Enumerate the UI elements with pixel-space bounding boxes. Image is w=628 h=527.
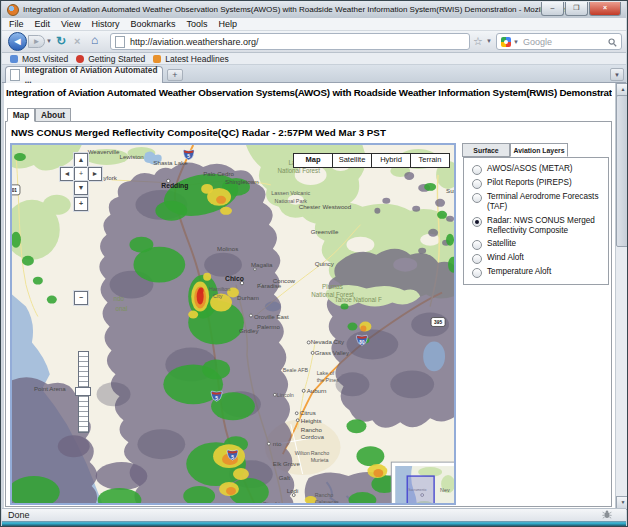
map-label: Molinos (217, 245, 238, 252)
tab-about[interactable]: About (35, 108, 71, 122)
map-label: Durham (237, 294, 259, 301)
map-label: Lodi (287, 487, 299, 494)
map-label: Weaverville (88, 148, 120, 155)
menu-help[interactable]: Help (218, 19, 237, 29)
status-text: Done (8, 510, 602, 520)
us395-shield-icon: 395 (431, 318, 445, 327)
radio-checked-icon[interactable] (472, 217, 482, 227)
reload-icon[interactable]: ↻ (56, 34, 66, 48)
pan-left-button[interactable]: ◄ (60, 167, 74, 181)
browser-tab[interactable]: Integration of Aviation Automated ... (5, 66, 163, 83)
map-label: Palermo (257, 323, 280, 330)
back-button[interactable]: ◄ (8, 32, 27, 51)
layer-option-radar[interactable]: Radar: NWS CONUS Merged Reflectivity Com… (472, 216, 608, 237)
map-label: Concow (273, 277, 296, 284)
radio-icon[interactable] (472, 254, 482, 264)
search-placeholder[interactable]: Google (523, 37, 608, 47)
title-bar[interactable]: Integration of Aviation Automated Weathe… (2, 1, 626, 18)
search-box[interactable]: ▼ Google (496, 33, 622, 50)
radio-icon[interactable] (472, 193, 482, 203)
map-label: City (213, 293, 223, 299)
zoom-in-button[interactable]: + (74, 197, 88, 211)
pan-right-button[interactable]: ► (88, 167, 102, 181)
map-label: Palo Cedro (203, 170, 234, 177)
layer-option-awos[interactable]: AWOS/ASOS (METAR) (472, 164, 608, 175)
stop-icon[interactable]: × (74, 35, 80, 47)
pan-center-button[interactable]: + (74, 167, 88, 181)
url-bar[interactable]: http://aviation.weathershare.org/ (110, 33, 470, 50)
google-logo-icon (501, 37, 511, 47)
layer-option-pireps[interactable]: Pilot Reports (PIREPS) (472, 178, 608, 189)
lake-tahoe (423, 341, 445, 371)
tab-aviation-layers[interactable]: Aviation Layers (510, 143, 568, 157)
latest-headlines-icon (153, 55, 161, 63)
radar-caption: NWS CONUS Merged Reflectivity Composite(… (11, 127, 386, 138)
overview-inset-map[interactable]: Nev Sacramento (391, 462, 456, 505)
map-label: Susanville (446, 187, 456, 194)
menu-edit[interactable]: Edit (35, 19, 51, 29)
menu-view[interactable]: View (61, 19, 80, 29)
scrollbar-thumb[interactable] (616, 95, 628, 247)
menu-file[interactable]: File (9, 19, 24, 29)
map-type-map-button[interactable]: Map (293, 153, 333, 168)
map-label: Rancho (301, 426, 323, 433)
pan-up-button[interactable]: ▲ (74, 153, 88, 167)
layer-option-satellite[interactable]: Satellite (472, 239, 608, 250)
map-label: Chester (299, 203, 321, 210)
svg-text:5: 5 (187, 153, 190, 159)
map-label: Elk Grove (273, 460, 301, 467)
bookmark-most-visited[interactable]: Most Visited (22, 54, 68, 64)
bookmark-latest-headlines[interactable]: Latest Headlines (165, 54, 228, 64)
new-tab-button[interactable]: + (167, 69, 183, 81)
radio-icon[interactable] (472, 165, 482, 175)
radio-icon[interactable] (472, 268, 482, 278)
bookmark-dropdown-icon[interactable]: ▼ (486, 38, 492, 44)
map-label: Galt (279, 474, 291, 481)
forward-button[interactable]: ► (28, 35, 45, 48)
bookmark-star-icon[interactable]: ☆ (473, 35, 483, 48)
map-label: Westwood (323, 203, 352, 210)
map-type-terrain-button[interactable]: Terrain (411, 153, 450, 168)
menu-bookmarks[interactable]: Bookmarks (130, 19, 175, 29)
us101-shield-icon: 101 (12, 185, 20, 195)
search-engine-dropdown-icon[interactable]: ▼ (513, 39, 519, 45)
zoom-out-button[interactable]: − (74, 291, 88, 305)
layer-option-temperature-aloft[interactable]: Temperature Aloft (472, 267, 608, 278)
url-text[interactable]: http://aviation.weathershare.org/ (130, 37, 259, 47)
layer-option-taf[interactable]: Terminal Aerodrome Forecasts (TAF) (472, 192, 608, 213)
bug-icon[interactable] (602, 510, 612, 521)
bookmark-getting-started[interactable]: Getting Started (88, 54, 145, 64)
menu-history[interactable]: History (91, 19, 119, 29)
map[interactable]: Weaverville Lewiston Shasta Lake Hayfork… (10, 143, 456, 505)
minimize-button[interactable]: – (541, 2, 564, 16)
map-label: Wilton (295, 450, 310, 456)
pan-down-button[interactable]: ▼ (74, 181, 88, 195)
map-label: Redding (161, 182, 188, 190)
tab-map[interactable]: Map (7, 108, 35, 122)
most-visited-icon (10, 55, 18, 63)
menu-tools[interactable]: Tools (186, 19, 207, 29)
svg-text:5: 5 (215, 395, 218, 401)
svg-text:80: 80 (359, 340, 365, 345)
maximize-button[interactable]: ❐ (565, 2, 588, 16)
radio-icon[interactable] (472, 240, 482, 250)
layer-option-wind-aloft[interactable]: Wind Aloft (472, 253, 608, 264)
home-icon[interactable]: ⌂ (91, 33, 98, 47)
zoom-slider-handle[interactable] (75, 387, 91, 396)
list-tabs-button[interactable]: ▼ (610, 68, 624, 81)
window-title: Integration of Aviation Automated Weathe… (23, 5, 575, 14)
map-type-hybrid-button[interactable]: Hybrid (372, 153, 411, 168)
search-icon[interactable] (608, 33, 617, 51)
history-dropdown-icon[interactable]: ▼ (46, 38, 52, 44)
svg-text:5: 5 (231, 454, 234, 460)
map-label: Beale AFB (283, 367, 309, 373)
page-scrollbar[interactable]: ▲ ▼ (615, 83, 627, 508)
tab-surface-layers[interactable]: Surface Layers (462, 143, 510, 157)
map-label: Oroville East (254, 313, 289, 320)
map-label: Point Arena (34, 385, 66, 392)
close-button[interactable]: × (589, 2, 621, 16)
map-type-satellite-button[interactable]: Satellite (333, 153, 372, 168)
radio-icon[interactable] (472, 179, 482, 189)
inset-viewport-rect[interactable] (407, 476, 434, 505)
map-label: Calaveras (315, 499, 339, 505)
